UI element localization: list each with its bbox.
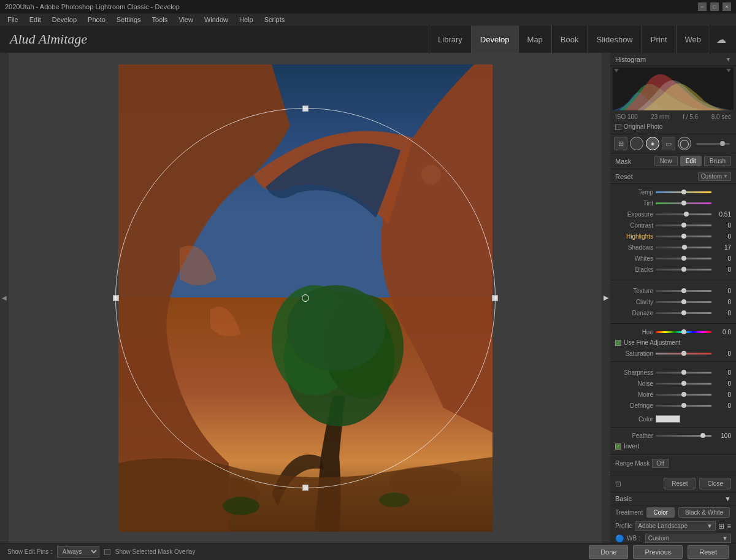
contrast-slider[interactable] xyxy=(656,224,711,226)
exposure-value: 0.51 xyxy=(714,211,731,218)
fine-adjustment-checkbox[interactable]: ✓ xyxy=(615,340,621,346)
menu-view[interactable]: View xyxy=(174,15,198,25)
defringe-slider[interactable] xyxy=(656,405,711,407)
menu-scripts[interactable]: Scripts xyxy=(259,15,290,25)
sharpness-slider[interactable] xyxy=(656,372,711,374)
sharpness-label: Sharpness xyxy=(615,369,653,376)
whites-slider[interactable] xyxy=(656,258,711,259)
range-mask-dropdown[interactable]: Off xyxy=(652,459,669,468)
tool-radial[interactable]: ◯ xyxy=(678,137,691,150)
saturation-label: Saturation xyxy=(615,350,653,357)
show-mask-checkbox[interactable] xyxy=(104,549,110,555)
new-mask-button[interactable]: New xyxy=(654,156,678,166)
tool-crop[interactable]: ⊞ xyxy=(614,137,627,150)
treatment-label: Treatment xyxy=(615,509,643,516)
color-treatment-button[interactable]: Color xyxy=(646,507,675,518)
menu-file[interactable]: File xyxy=(2,15,23,25)
menu-settings[interactable]: Settings xyxy=(112,15,146,25)
histogram-header[interactable]: Histogram ▼ xyxy=(610,53,736,66)
temp-slider[interactable] xyxy=(656,191,711,193)
tint-slider[interactable] xyxy=(656,202,711,204)
close-button[interactable]: × xyxy=(723,2,731,11)
cloud-icon[interactable]: ☁ xyxy=(716,34,726,45)
nav-web[interactable]: Web xyxy=(677,26,711,53)
edit-mask-button[interactable]: Edit xyxy=(680,156,702,166)
reset-button[interactable]: Reset xyxy=(688,545,729,559)
whites-label: Whites xyxy=(615,255,653,262)
bw-treatment-button[interactable]: Black & White xyxy=(678,507,730,518)
nav-develop[interactable]: Develop xyxy=(472,26,519,53)
left-panel-toggle[interactable]: ◀ xyxy=(0,53,9,543)
menu-help[interactable]: Help xyxy=(234,15,258,25)
brush-mask-button[interactable]: Brush xyxy=(704,156,731,166)
blacks-value: 0 xyxy=(714,266,731,273)
orig-photo-label: Original Photo xyxy=(624,123,662,130)
menu-window[interactable]: Window xyxy=(199,15,233,25)
orig-photo-checkbox[interactable] xyxy=(615,124,621,130)
previous-button[interactable]: Previous xyxy=(633,545,683,559)
menu-bar: File Edit Develop Photo Settings Tools V… xyxy=(0,13,736,26)
exposure-slider[interactable] xyxy=(656,213,711,215)
nav-book[interactable]: Book xyxy=(552,26,588,53)
detail-sliders-section: Sharpness 0 Noise 0 Moiré 0 xyxy=(610,364,736,413)
panel-reset-button[interactable]: Reset xyxy=(664,478,696,489)
tool-grad[interactable]: ▭ xyxy=(662,137,675,150)
slider-highlights: Highlights 0 xyxy=(610,231,736,242)
histogram-svg xyxy=(613,67,734,110)
texture-slider[interactable] xyxy=(656,290,711,292)
saturation-slider[interactable] xyxy=(656,353,711,355)
tool-strip: ⊞ ● ▭ ◯ xyxy=(610,134,736,153)
wb-dropdown-arrow-icon: ▼ xyxy=(722,535,728,542)
profile-grid-icon[interactable]: ⊞ xyxy=(718,522,724,531)
defringe-label: Defringe xyxy=(615,402,653,409)
panel-close-button[interactable]: Close xyxy=(699,478,731,489)
always-dropdown[interactable]: Always Selected Never xyxy=(57,546,99,558)
menu-develop[interactable]: Develop xyxy=(47,15,82,25)
circle-handle-right[interactable] xyxy=(492,295,498,301)
panel-icon-left[interactable]: ⊡ xyxy=(615,480,621,488)
menu-photo[interactable]: Photo xyxy=(83,15,110,25)
nav-print[interactable]: Print xyxy=(642,26,677,53)
profile-dropdown[interactable]: Adobe Landscape ▼ xyxy=(635,521,716,531)
tool-opacity-slider[interactable] xyxy=(696,143,730,145)
nav-library[interactable]: Library xyxy=(429,26,472,53)
shadows-slider[interactable] xyxy=(656,247,711,248)
slider-dehaze: Denaze 0 xyxy=(610,307,736,318)
maximize-button[interactable]: □ xyxy=(710,2,719,11)
tool-spot[interactable] xyxy=(630,137,643,150)
clarity-slider[interactable] xyxy=(656,301,711,303)
basic-section-header[interactable]: Basic ▼ xyxy=(610,493,736,505)
minimize-button[interactable]: − xyxy=(698,2,707,11)
profile-label: Profile xyxy=(615,523,632,529)
blacks-slider[interactable] xyxy=(656,269,711,270)
logo: Alud Almitage xyxy=(10,31,87,47)
noise-value: 0 xyxy=(714,380,731,387)
slider-contrast: Contrast 0 xyxy=(610,220,736,231)
feather-slider[interactable] xyxy=(656,435,711,437)
highlights-value: 0 xyxy=(714,233,731,240)
eyedropper-icon[interactable]: 🔵 xyxy=(615,534,624,543)
right-panel-toggle[interactable]: ▶ xyxy=(602,53,610,543)
done-button[interactable]: Done xyxy=(589,545,628,559)
moire-slider[interactable] xyxy=(656,394,711,396)
show-edit-pins-label: Show Edit Pins : xyxy=(7,548,52,555)
menu-tools[interactable]: Tools xyxy=(147,15,173,25)
nav-map[interactable]: Map xyxy=(519,26,552,53)
profile-list-icon[interactable]: ≡ xyxy=(727,522,731,531)
slider-texture: Texture 0 xyxy=(610,285,736,296)
dehaze-slider[interactable] xyxy=(656,312,711,314)
nav-slideshow[interactable]: Slideshow xyxy=(588,26,642,53)
wb-dropdown[interactable]: Custom ▼ xyxy=(645,534,731,543)
highlights-slider[interactable] xyxy=(656,236,711,237)
color-swatch[interactable] xyxy=(656,415,680,423)
slider-tint: Tint xyxy=(610,198,736,209)
preset-dropdown[interactable]: Custom ▼ xyxy=(698,172,731,181)
tool-redeye[interactable]: ● xyxy=(646,137,659,150)
shadows-label: Shadows xyxy=(615,244,653,251)
hue-slider[interactable] xyxy=(656,331,711,333)
tint-label: Tint xyxy=(615,200,653,207)
invert-checkbox[interactable]: ✓ xyxy=(615,443,621,450)
reset-label: Reset xyxy=(615,173,633,180)
menu-edit[interactable]: Edit xyxy=(25,15,46,25)
noise-slider[interactable] xyxy=(656,383,711,385)
